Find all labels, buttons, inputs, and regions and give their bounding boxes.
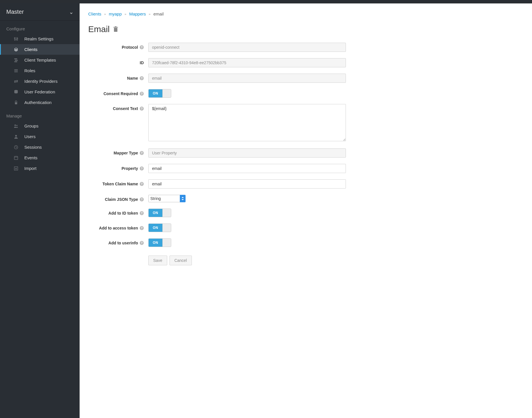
exchange-icon	[13, 79, 19, 84]
sidebar-item-label: Identity Providers	[13, 79, 58, 84]
name-input	[148, 74, 346, 83]
consent-text-input[interactable]	[148, 104, 346, 141]
add-to-id-token-toggle[interactable]: ON	[148, 209, 171, 217]
help-icon[interactable]: ?	[140, 241, 144, 245]
svg-rect-11	[14, 72, 18, 72]
svg-point-15	[16, 125, 17, 126]
help-icon[interactable]: ?	[140, 45, 144, 49]
add-to-id-token-label: Add to ID token ?	[88, 209, 148, 215]
sidebar-item-label: Authentication	[13, 100, 52, 105]
sidebar-item-roles[interactable]: Roles	[0, 65, 80, 76]
sidebar-manage-list: Groups Users Sessions Events Import	[0, 121, 80, 174]
toggle-on-label: ON	[149, 89, 162, 97]
svg-rect-0	[14, 37, 15, 41]
help-icon[interactable]: ?	[140, 76, 144, 80]
sidebar-configure-list: Realm Settings Clients Client Templates …	[0, 34, 80, 108]
sidebar-item-label: User Federation	[13, 89, 55, 94]
svg-rect-3	[14, 38, 15, 38]
toggle-on-label: ON	[149, 239, 162, 247]
toggle-on-label: ON	[149, 209, 162, 217]
import-icon	[13, 166, 19, 171]
chevron-right-icon: »	[104, 12, 106, 16]
svg-rect-24	[113, 27, 118, 28]
list-icon	[13, 68, 19, 73]
breadcrumb-myapp[interactable]: myapp	[109, 11, 122, 16]
realm-selector[interactable]: Master	[0, 3, 80, 21]
breadcrumb-mappers[interactable]: Mappers	[129, 11, 146, 16]
svg-rect-10	[14, 70, 18, 71]
id-label: ID	[88, 58, 148, 65]
sidebar-item-clients[interactable]: Clients	[0, 44, 80, 55]
token-claim-name-input[interactable]	[148, 179, 346, 189]
sidebar-item-label: Realm Settings	[13, 36, 54, 41]
claim-json-type-label: Claim JSON Type ?	[88, 195, 148, 202]
mapper-form: Protocol ? ID Name ?	[88, 43, 346, 265]
svg-rect-4	[15, 39, 17, 40]
add-to-userinfo-toggle[interactable]: ON	[148, 238, 171, 247]
calendar-icon	[13, 155, 19, 160]
lock-icon	[13, 100, 19, 105]
svg-rect-23	[114, 28, 117, 32]
help-icon[interactable]: ?	[140, 197, 144, 201]
help-icon[interactable]: ?	[140, 182, 144, 186]
svg-rect-9	[14, 69, 18, 70]
breadcrumb-clients[interactable]: Clients	[88, 11, 101, 16]
sidebar-item-client-templates[interactable]: Client Templates	[0, 55, 80, 65]
add-to-access-token-toggle[interactable]: ON	[148, 223, 171, 232]
sidebar-section-configure: Configure	[0, 21, 80, 34]
svg-rect-7	[15, 60, 18, 61]
sidebar-item-events[interactable]: Events	[0, 152, 80, 163]
main-content: Clients » myapp » Mappers » email Email …	[80, 3, 532, 418]
users-icon	[13, 123, 19, 129]
chevron-right-icon: »	[149, 12, 151, 16]
sidebar-item-user-federation[interactable]: User Federation	[0, 87, 80, 97]
sidebar-item-import[interactable]: Import	[0, 163, 80, 174]
breadcrumb: Clients » myapp » Mappers » email	[88, 10, 523, 16]
name-label: Name ?	[88, 74, 148, 81]
save-button[interactable]: Save	[148, 256, 167, 265]
sidebar-item-authentication[interactable]: Authentication	[0, 97, 80, 108]
claim-json-type-select[interactable]: String	[148, 195, 186, 202]
sidebar-item-label: Client Templates	[13, 58, 56, 62]
sidebar: Master Configure Realm Settings Clients …	[0, 3, 80, 418]
realm-name: Master	[6, 9, 24, 15]
help-icon[interactable]: ?	[140, 151, 144, 155]
mapper-type-label: Mapper Type ?	[88, 148, 148, 155]
svg-point-16	[15, 135, 17, 137]
mapper-type-input	[148, 148, 346, 158]
help-icon[interactable]: ?	[140, 211, 144, 215]
help-icon[interactable]: ?	[140, 226, 144, 230]
consent-required-toggle[interactable]: ON	[148, 89, 171, 98]
svg-rect-25	[115, 26, 117, 27]
chevron-down-icon	[69, 10, 73, 14]
sidebar-item-sessions[interactable]: Sessions	[0, 142, 80, 152]
id-input	[148, 58, 346, 67]
svg-rect-6	[14, 58, 17, 59]
sidebar-item-identity-providers[interactable]: Identity Providers	[0, 76, 80, 87]
breadcrumb-current: email	[153, 11, 164, 16]
trash-icon[interactable]	[113, 26, 118, 32]
property-label: Property ?	[88, 164, 148, 171]
consent-required-label: Consent Required ?	[88, 89, 148, 96]
cancel-button[interactable]: Cancel	[170, 256, 192, 265]
page-title: Email	[88, 24, 110, 34]
help-icon[interactable]: ?	[140, 166, 144, 170]
templates-icon	[13, 58, 19, 63]
database-icon	[13, 89, 19, 95]
toggle-on-label: ON	[149, 224, 162, 232]
cube-icon	[13, 47, 19, 52]
sidebar-item-realm-settings[interactable]: Realm Settings	[0, 34, 80, 44]
sidebar-item-users[interactable]: Users	[0, 131, 80, 142]
help-icon[interactable]: ?	[140, 107, 144, 111]
toggle-knob	[162, 89, 171, 97]
sidebar-item-groups[interactable]: Groups	[0, 121, 80, 131]
add-to-userinfo-label: Add to userinfo ?	[88, 238, 148, 245]
help-icon[interactable]: ?	[140, 92, 144, 96]
property-input[interactable]	[148, 164, 346, 173]
protocol-input	[148, 43, 346, 52]
clock-icon	[13, 145, 19, 150]
topbar	[0, 0, 532, 3]
svg-rect-18	[14, 156, 18, 160]
chevron-right-icon: »	[125, 12, 126, 16]
protocol-label: Protocol ?	[88, 43, 148, 50]
